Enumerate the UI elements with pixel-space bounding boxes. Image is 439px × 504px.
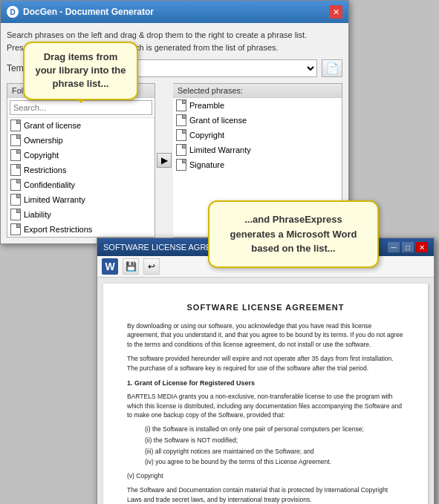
section1-title: 1. Grant of License for Registered Users <box>127 379 404 389</box>
word-window: SOFTWARE LICENSE AGREEMENT - Word ─ □ ✕ … <box>97 238 435 504</box>
middle-arrow: ▶ <box>155 83 173 238</box>
left-list-area: Grant of license Ownership Copyright Res… <box>7 118 155 237</box>
list-item[interactable]: Liability <box>7 207 155 222</box>
list-item[interactable]: Limited Warranty <box>7 192 155 207</box>
list-item[interactable]: Confidentiality <box>7 177 155 192</box>
templates-new-button[interactable]: 📄 <box>322 59 342 77</box>
doc-icon <box>10 194 21 206</box>
maximize-button[interactable]: □ <box>402 242 414 252</box>
close-button[interactable]: ✕ <box>329 5 342 19</box>
list-item[interactable]: Limited Warranty <box>173 143 342 157</box>
list-item-iii: all copyright notices are maintained on … <box>139 447 404 456</box>
section1-v: (v) Copyright <box>127 471 404 481</box>
undo-toolbar-icon[interactable]: ↩ <box>143 258 160 275</box>
list-item-iv: you agree to be bound by the terms of th… <box>139 457 404 467</box>
section1-list: the Software is installed on only one pa… <box>139 425 404 467</box>
doc-icon <box>176 159 186 171</box>
callout-right: ...and PhraseExpress generates a Microso… <box>208 200 379 268</box>
intro-paragraph: By downloading or using our software, yo… <box>127 321 404 350</box>
word-controls: ─ □ ✕ <box>388 242 428 252</box>
list-item[interactable]: Ownership <box>7 133 155 148</box>
doc-icon <box>10 164 21 176</box>
doc-icon <box>10 134 21 146</box>
list-item[interactable]: Grant of license <box>173 113 342 128</box>
window-title: DocGen - Document Generator <box>23 7 154 17</box>
section2-body: The Software and Documentation contain m… <box>127 485 404 504</box>
list-item[interactable]: Export Restrictions <box>7 222 155 237</box>
doc-icon <box>176 114 186 126</box>
title-bar: D DocGen - Document Generator ✕ <box>1 1 348 23</box>
right-list-area: Preamble Grant of license Copyright Limi… <box>173 98 342 217</box>
list-item-i: the Software is installed on only one pa… <box>139 425 404 434</box>
doc-icon <box>10 223 21 235</box>
list-item[interactable]: Copyright <box>173 128 342 143</box>
doc-icon <box>176 129 186 141</box>
intro-paragraph-2: The software provided hereunder will exp… <box>127 354 404 373</box>
minimize-button[interactable]: ─ <box>388 242 400 252</box>
section1-body: BARTELS MEDIA grants you a non-exclusive… <box>127 392 404 420</box>
right-panel-header: Selected phrases: <box>173 84 342 98</box>
doc-icon <box>10 209 21 220</box>
close-word-button[interactable]: ✕ <box>416 242 428 252</box>
list-item[interactable]: Signature <box>173 157 342 172</box>
callout-left: Drag items from your library into the ph… <box>23 42 138 100</box>
list-item[interactable]: Restrictions <box>7 163 155 177</box>
word-logo-icon: W <box>102 258 118 275</box>
word-page: SOFTWARE LICENSE AGREEMENT By downloadin… <box>103 284 428 504</box>
list-item[interactable]: Preamble <box>173 98 342 113</box>
list-item[interactable]: Copyright <box>7 148 155 163</box>
doc-icon <box>10 179 21 191</box>
save-toolbar-icon[interactable]: 💾 <box>123 258 139 275</box>
doc-icon <box>10 149 21 161</box>
doc-icon <box>10 120 21 131</box>
doc-icon <box>176 144 186 156</box>
word-content: SOFTWARE LICENSE AGREEMENT By downloadin… <box>97 278 434 504</box>
doc-icon <box>176 99 186 111</box>
list-item-ii: the Software is NOT modified; <box>139 436 404 445</box>
move-right-button[interactable]: ▶ <box>157 153 172 168</box>
document-title: SOFTWARE LICENSE AGREEMENT <box>127 301 404 314</box>
app-icon: D <box>7 6 19 18</box>
list-item[interactable]: Grant of license <box>7 118 155 133</box>
